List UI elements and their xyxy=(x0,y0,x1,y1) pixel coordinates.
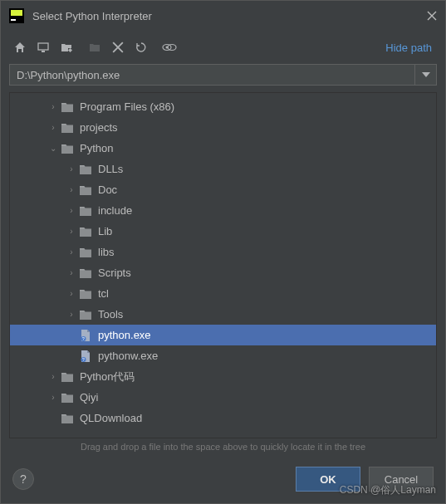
file-icon: ? xyxy=(78,349,93,364)
home-icon[interactable] xyxy=(9,37,31,58)
file-icon: ? xyxy=(78,328,93,343)
tree-row[interactable]: ›Program Files (x86) xyxy=(10,96,436,117)
chevron-right-icon[interactable]: › xyxy=(65,289,78,298)
chevron-right-icon[interactable]: › xyxy=(65,164,78,174)
tree-item-label: Tools xyxy=(98,308,123,321)
tree-row[interactable]: ›Scripts xyxy=(10,262,436,283)
tree-item-label: projects xyxy=(80,121,118,134)
folder-icon xyxy=(60,390,75,405)
file-tree-scroll[interactable]: ›Program Files (x86)›projects⌄Python›DLL… xyxy=(10,93,436,438)
tree-item-label: Python代码 xyxy=(80,369,135,384)
dialog-title: Select Python Interpreter xyxy=(32,10,427,22)
folder-icon xyxy=(60,100,75,115)
svg-text:?: ? xyxy=(82,357,85,362)
tree-row[interactable]: ›Qiyi xyxy=(10,387,436,408)
folder-icon xyxy=(78,183,93,198)
tree-item-label: Doc xyxy=(98,183,117,196)
tree-item-label: pythonw.exe xyxy=(98,350,158,362)
path-row xyxy=(1,64,445,92)
tree-row[interactable]: ›Lib xyxy=(10,221,436,242)
chevron-right-icon[interactable]: › xyxy=(47,372,60,381)
project-icon[interactable] xyxy=(56,37,77,58)
folder-icon xyxy=(78,266,93,281)
svg-rect-3 xyxy=(38,43,48,50)
tree-item-label: include xyxy=(98,204,132,217)
chevron-right-icon[interactable]: › xyxy=(47,102,60,111)
folder-icon xyxy=(60,369,75,384)
svg-rect-1 xyxy=(11,10,22,16)
cancel-button[interactable]: Cancel xyxy=(369,467,434,492)
tree-item-label: Python xyxy=(80,142,113,154)
chevron-right-icon[interactable]: › xyxy=(65,185,78,194)
tree-row[interactable]: ›Tools xyxy=(10,304,436,325)
tree-item-label: QLDownload xyxy=(80,412,142,424)
button-row: ? OK Cancel xyxy=(1,458,445,503)
tree-item-label: tcl xyxy=(98,287,109,300)
tree-item-label: Scripts xyxy=(98,267,131,279)
tree-item-label: python.exe xyxy=(98,329,151,341)
dialog-select-interpreter: Select Python Interpreter Hide path ›Pro… xyxy=(0,0,446,504)
tree-row[interactable]: ›projects xyxy=(10,117,436,138)
folder-icon xyxy=(78,162,93,177)
chevron-right-icon[interactable]: › xyxy=(47,393,60,402)
svg-rect-2 xyxy=(11,19,16,21)
titlebar: Select Python Interpreter xyxy=(1,1,445,31)
svg-text:?: ? xyxy=(82,336,85,341)
path-dropdown-button[interactable] xyxy=(415,64,437,86)
folder-icon xyxy=(78,307,93,322)
chevron-right-icon[interactable]: › xyxy=(65,268,78,277)
tree-row[interactable]: ›DLLs xyxy=(10,159,436,179)
folder-icon xyxy=(60,141,75,156)
chevron-right-icon[interactable]: › xyxy=(65,227,78,236)
chevron-right-icon[interactable]: › xyxy=(65,247,78,257)
tree-row[interactable]: ›include xyxy=(10,200,436,221)
folder-icon xyxy=(60,411,75,426)
folder-icon xyxy=(78,286,93,301)
new-folder-icon xyxy=(84,37,105,58)
tree-item-label: Qiyi xyxy=(80,391,98,404)
tree-row[interactable]: QLDownload xyxy=(10,408,436,428)
chevron-right-icon[interactable]: › xyxy=(47,123,60,132)
tree-item-label: Lib xyxy=(98,225,112,237)
window-close-button[interactable] xyxy=(427,11,437,21)
folder-icon xyxy=(78,245,93,260)
chevron-down-icon[interactable]: ⌄ xyxy=(47,144,60,153)
path-input[interactable] xyxy=(9,64,415,86)
tree-item-label: DLLs xyxy=(98,163,123,175)
delete-icon[interactable] xyxy=(107,37,129,58)
tree-row[interactable]: ›Python代码 xyxy=(10,366,436,387)
tree-row[interactable]: ›Doc xyxy=(10,179,436,200)
toolbar: Hide path xyxy=(1,31,445,64)
show-hidden-icon[interactable] xyxy=(159,37,180,58)
hide-path-link[interactable]: Hide path xyxy=(385,42,432,54)
file-tree: ›Program Files (x86)›projects⌄Python›DLL… xyxy=(9,92,437,438)
refresh-icon[interactable] xyxy=(130,37,152,58)
hint-text: Drag and drop a file into the space abov… xyxy=(1,438,445,458)
tree-row[interactable]: ›tcl xyxy=(10,283,436,304)
svg-point-8 xyxy=(168,45,176,51)
tree-row[interactable]: ›libs xyxy=(10,242,436,262)
tree-item-label: Program Files (x86) xyxy=(80,100,174,113)
chevron-right-icon[interactable]: › xyxy=(65,206,78,215)
desktop-icon[interactable] xyxy=(32,37,54,58)
folder-icon xyxy=(60,120,75,135)
svg-rect-4 xyxy=(42,51,45,52)
folder-icon xyxy=(78,203,93,218)
tree-row[interactable]: ?python.exe xyxy=(10,325,436,345)
pycharm-logo-icon xyxy=(9,8,24,23)
tree-row[interactable]: ⌄Python xyxy=(10,138,436,159)
chevron-right-icon[interactable]: › xyxy=(65,310,78,319)
folder-icon xyxy=(78,224,93,239)
tree-item-label: libs xyxy=(98,246,115,258)
help-button[interactable]: ? xyxy=(12,468,34,490)
tree-row[interactable]: ?pythonw.exe xyxy=(10,345,436,366)
ok-button[interactable]: OK xyxy=(296,467,360,492)
